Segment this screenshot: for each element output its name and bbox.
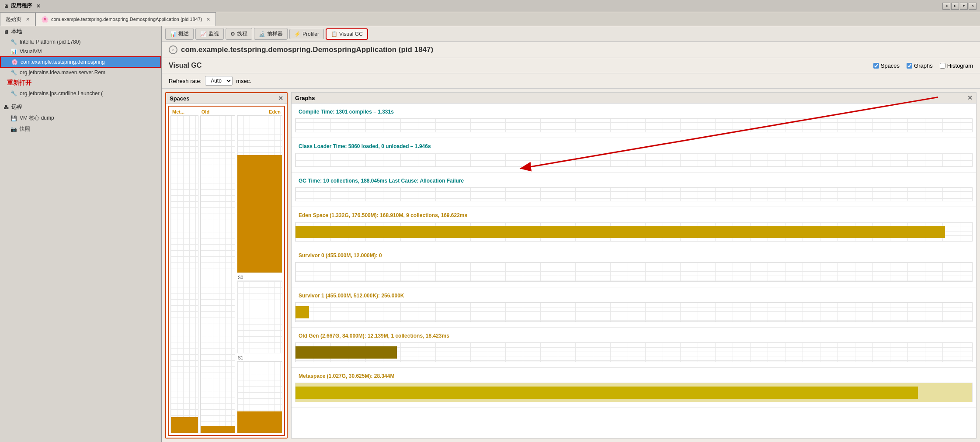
s1-space: S1: [237, 355, 282, 434]
monitor-icon: 📈: [200, 31, 207, 37]
survivor1-graph: [295, 302, 973, 322]
monitor-btn[interactable]: 📈 监视: [195, 28, 224, 40]
eden-space-bar: [295, 226, 945, 238]
overview-btn[interactable]: 📊 概述: [165, 28, 194, 40]
visual-gc-header: Visual GC Spaces Graphs Histogram: [162, 58, 980, 73]
metaspace-bar: [295, 387, 918, 399]
sidebar-header-title: 应用程序: [11, 2, 32, 10]
top-bar: 🖥 应用程序 ✕ ◄ ► ▼ ✕: [0, 0, 980, 12]
sidebar-item-visualvm[interactable]: 📊 VisualVM: [0, 47, 161, 56]
eden-group: S0 S1: [237, 115, 282, 433]
class-loader-graph: [295, 153, 973, 167]
sidebar-item-jps[interactable]: 🔧 org.jetbrains.jps.cmdline.Launcher (: [0, 89, 161, 98]
s0-label: S0: [237, 275, 282, 281]
s1-fill: [237, 411, 282, 433]
sidebar-item-demospring[interactable]: 🌸 com.example.testspring.demospring: [0, 56, 161, 68]
close-sidebar-btn[interactable]: ✕: [36, 3, 41, 9]
refresh-bar: Refresh rate: Auto msec.: [162, 73, 980, 89]
old-gen-header: Old Gen (2.667G, 84.000M): 12.139M, 1 co…: [295, 331, 973, 341]
metaspace-column: [170, 115, 198, 433]
visual-gc-label: Visual GC: [339, 31, 363, 37]
graphs-checkbox-item[interactable]: Graphs: [907, 62, 933, 69]
metaspace-header: Metaspace (1.027G, 30.625M): 28.344M: [295, 371, 973, 381]
sidebar-item-intellij[interactable]: 🔧 IntelliJ Platform (pid 1780): [0, 37, 161, 47]
intellij-icon: 🔧: [10, 39, 17, 45]
panels-area: Spaces ✕ Met... Old Eden: [162, 89, 980, 442]
header-checkboxes: Spaces Graphs Histogram: [873, 62, 973, 69]
vm-dump-label: VM 核心 dump: [20, 114, 54, 122]
eden-label: Eden: [236, 109, 281, 114]
right-panel: 📊 概述 📈 监视 ⚙ 线程 🔬 抽样器 ⚡ Profiler: [162, 26, 980, 442]
tab-main-close[interactable]: ✕: [206, 17, 210, 22]
refresh-rate-select[interactable]: Auto: [205, 76, 233, 86]
threads-btn[interactable]: ⚙ 线程: [226, 28, 252, 40]
metaspace-fill: [171, 417, 198, 433]
local-icon: 🖥: [3, 29, 9, 35]
win-forward-btn[interactable]: ►: [951, 3, 959, 10]
sidebar: 🖥 本地 🔧 IntelliJ Platform (pid 1780) 📊 Vi…: [0, 26, 162, 442]
sidebar-item-remote[interactable]: 🖧 远程: [0, 102, 161, 113]
sidebar-header-icon: 🖥: [3, 3, 8, 9]
jps-label: org.jetbrains.jps.cmdline.Launcher (: [20, 90, 103, 97]
gc-time-header: GC Time: 10 collections, 188.045ms Last …: [295, 176, 973, 186]
sidebar-item-local[interactable]: 🖥 本地: [0, 26, 161, 37]
graphs-panel-close[interactable]: ✕: [967, 94, 973, 101]
metaspace-graph: [295, 383, 973, 402]
tab-bar: 起始页 ✕ 🌸 com.example.testspring.demosprin…: [0, 12, 980, 26]
survivor0-header: Survivor 0 (455.000M, 12.000M): 0: [295, 251, 973, 260]
graphs-panel-header: Graphs ✕: [292, 93, 976, 104]
eden-space-header: Eden Space (1.332G, 176.500M): 168.910M,…: [295, 211, 973, 220]
maven-icon: 🔧: [10, 69, 17, 76]
app-window: 🖥 应用程序 ✕ ◄ ► ▼ ✕ 起始页 ✕ 🌸 com.example.tes…: [0, 0, 980, 442]
graphs-checkbox-label: Graphs: [914, 62, 933, 69]
visual-gc-icon: 📋: [331, 31, 337, 37]
sampler-btn[interactable]: 🔬 抽样器: [254, 28, 288, 40]
old-gen-row: Old Gen (2.667G, 84.000M): 12.139M, 1 co…: [292, 328, 976, 368]
compile-time-header: Compile Time: 1301 compiles – 1.331s: [295, 107, 973, 117]
tab-start-close[interactable]: ✕: [26, 17, 30, 22]
local-label: 本地: [11, 28, 22, 35]
tab-icon: 🌸: [41, 16, 49, 23]
reopen-label: 重新打开: [0, 77, 161, 89]
old-gen-bar: [295, 346, 397, 359]
spaces-checkbox-item[interactable]: Spaces: [873, 62, 900, 69]
sidebar-item-maven[interactable]: 🔧 org.jetbrains.idea.maven.server.Rem: [0, 68, 161, 77]
threads-icon: ⚙: [230, 31, 235, 37]
spaces-checkbox[interactable]: [873, 63, 879, 69]
graphs-checkbox[interactable]: [907, 63, 912, 69]
sidebar-item-snapshot[interactable]: 📷 快照: [0, 124, 161, 135]
visualvm-icon: 📊: [10, 48, 17, 55]
class-loader-row: Class Loader Time: 5860 loaded, 0 unload…: [292, 138, 976, 173]
monitor-label: 监视: [209, 30, 219, 38]
spaces-visualization: Met... Old Eden: [168, 106, 285, 436]
spaces-col-headers: Met... Old Eden: [170, 108, 282, 115]
overview-icon: 📊: [170, 31, 177, 37]
window-controls: ◄ ► ▼ ✕: [942, 3, 980, 10]
s1-grid: [237, 361, 282, 434]
metaspace-row: Metaspace (1.027G, 30.625M): 28.344M: [292, 368, 976, 408]
survivor1-row: Survivor 1 (455.000M, 512.000K): 256.000…: [292, 287, 976, 328]
profiler-btn[interactable]: ⚡ Profiler: [289, 29, 324, 39]
gc-time-graph: [295, 187, 973, 201]
win-minimize-btn[interactable]: ▼: [960, 3, 968, 10]
visual-gc-btn[interactable]: 📋 Visual GC: [326, 28, 368, 40]
eden-space-graph: [295, 222, 973, 242]
survivor1-header: Survivor 1 (455.000M, 512.000K): 256.000…: [295, 291, 973, 300]
histogram-checkbox[interactable]: [940, 63, 945, 69]
profiler-label: Profiler: [302, 31, 319, 37]
tab-main[interactable]: 🌸 com.example.testspring.demospring.Demo…: [35, 12, 216, 26]
refresh-rate-label: Refresh rate:: [169, 78, 202, 84]
sidebar-item-vm-dump[interactable]: 💾 VM 核心 dump: [0, 113, 161, 124]
survivor0-row: Survivor 0 (455.000M, 12.000M): 0: [292, 247, 976, 287]
vm-dump-icon: 💾: [10, 115, 17, 121]
win-back-btn[interactable]: ◄: [942, 3, 950, 10]
tab-start[interactable]: 起始页 ✕: [0, 12, 35, 26]
visual-gc-title: Visual GC: [169, 62, 202, 69]
remote-label: 远程: [11, 104, 22, 111]
s0-grid: [237, 281, 282, 353]
histogram-checkbox-item[interactable]: Histogram: [940, 62, 973, 69]
refresh-rate-unit: msec.: [236, 78, 251, 84]
spaces-panel-close[interactable]: ✕: [278, 95, 283, 102]
toolbar: 📊 概述 📈 监视 ⚙ 线程 🔬 抽样器 ⚡ Profiler: [162, 26, 980, 42]
win-close-btn[interactable]: ✕: [969, 3, 977, 10]
